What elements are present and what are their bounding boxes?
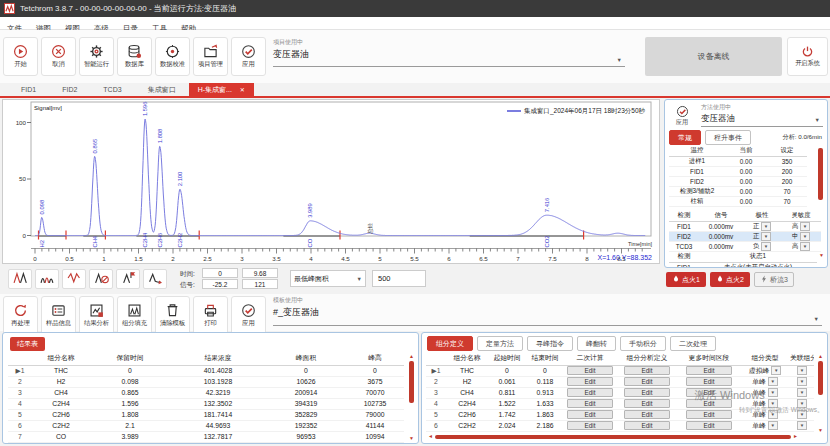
time-min-field[interactable]: 0 [202, 268, 238, 278]
scroll-down-icon[interactable]: ▼ [819, 252, 824, 258]
chevron-down-icon[interactable]: ▼ [800, 232, 810, 241]
tab-FID2[interactable]: FID2 [49, 83, 90, 96]
column-header[interactable]: 信号 [699, 211, 743, 221]
scrollbar-thumb[interactable] [818, 148, 823, 200]
column-header[interactable]: 状态1 [699, 252, 817, 262]
scrollbar-thumb[interactable] [435, 435, 791, 439]
toolbar-button-再处理[interactable]: 再处理 [3, 296, 38, 335]
edit-button[interactable]: Edit [686, 410, 732, 419]
column-header[interactable]: 极性 [743, 211, 781, 221]
table-row[interactable]: FID10.00200 [669, 166, 807, 176]
cell-value[interactable]: 高 ▼ [781, 221, 821, 231]
peak-tool-peaks-2-button[interactable] [8, 269, 32, 289]
table-row[interactable]: 7CO3.989132.78179695310994 [8, 431, 404, 442]
table-row[interactable]: ▶1THC00EditEditEdit虚拟峰 ▼▼ [426, 365, 814, 376]
table-row[interactable]: FID10.000mv正 ▼高 ▼ [669, 221, 821, 231]
column-header[interactable]: 温控 [669, 146, 725, 156]
column-header[interactable]: 组分名称 [32, 352, 90, 365]
table-row[interactable]: 4C2H41.596132.3502394319102735 [8, 398, 404, 409]
toolbar-button-清除模板[interactable]: 清除模板 [155, 296, 190, 335]
table-row[interactable]: 6C2H22.144.969319235241144 [8, 420, 404, 431]
chevron-down-icon[interactable]: ▼ [768, 410, 778, 419]
table-row[interactable]: 柱箱0.0070 [669, 196, 807, 206]
column-header[interactable]: 起始时间 [488, 352, 526, 365]
signal-min-field[interactable]: -25.2 [202, 279, 238, 289]
chevron-down-icon[interactable]: ▼ [617, 57, 622, 63]
tab-FID1[interactable]: FID1 [8, 83, 49, 96]
column-header[interactable]: 峰面积 [266, 352, 346, 365]
edit-button[interactable]: Edit [567, 410, 613, 419]
component-type-dropdown[interactable]: 单峰 ▼ [740, 420, 790, 431]
related-component-dropdown[interactable]: ▼ [790, 365, 814, 376]
chevron-down-icon[interactable]: ▼ [768, 399, 778, 408]
components-vertical-scrollbar[interactable]: ▲ ▼ [817, 353, 824, 433]
table-row[interactable]: FID1未点火(未开启自动点火) [669, 262, 817, 268]
chevron-down-icon[interactable]: ▼ [797, 410, 807, 419]
toolbar-button-智能运行[interactable]: 智能运行 [79, 37, 114, 76]
related-component-dropdown[interactable]: ▼ [790, 398, 814, 409]
project-combobox[interactable]: 项目使用中 变压器油 ▼ [273, 38, 625, 67]
table-row[interactable]: TCD30.000mv负 ▼高 ▼ [669, 241, 821, 251]
related-component-dropdown[interactable]: ▼ [790, 409, 814, 420]
tab-二次处理[interactable]: 二次处理 [670, 336, 716, 351]
edit-button[interactable]: Edit [624, 377, 670, 386]
tab-程升事件[interactable]: 程升事件 [705, 130, 751, 145]
related-component-dropdown[interactable]: ▼ [790, 420, 814, 431]
peak-tool-wave-button[interactable] [62, 269, 86, 289]
results-vertical-scrollbar[interactable]: ▲ ▼ [408, 353, 415, 441]
edit-button[interactable]: Edit [624, 399, 670, 408]
edit-button[interactable]: Edit [624, 410, 670, 419]
column-header[interactable]: 组分名称 [446, 352, 488, 365]
toolbar-button-应用[interactable]: 应用 [231, 37, 266, 76]
edit-button[interactable]: Edit [686, 388, 732, 397]
device-status-button[interactable]: 设备离线 [645, 37, 782, 76]
tab-定量方法[interactable]: 定量方法 [477, 336, 523, 351]
toolbar-button-样品信息[interactable]: 样品信息 [41, 296, 76, 335]
column-header[interactable]: 检测 [669, 252, 699, 262]
component-type-dropdown[interactable]: 单峰 ▼ [740, 387, 790, 398]
column-header[interactable]: 当前 [725, 146, 767, 156]
peak-tool-peaks-3-button[interactable] [35, 269, 59, 289]
related-component-dropdown[interactable]: ▼ [790, 376, 814, 387]
component-type-dropdown[interactable]: 单峰 ▼ [740, 398, 790, 409]
toolbar-button-取消[interactable]: 取消 [41, 37, 76, 76]
table-row[interactable]: 进样10.00350 [669, 156, 807, 166]
time-max-field[interactable]: 9.68 [242, 268, 278, 278]
column-header[interactable]: 更多时间区段 [678, 352, 740, 365]
close-icon[interactable]: ✕ [240, 87, 245, 93]
edit-button[interactable]: Edit [567, 421, 613, 430]
table-row[interactable]: ▶1THC0401.402800 [8, 365, 404, 376]
chevron-down-icon[interactable]: ▼ [815, 117, 820, 123]
edit-button[interactable]: Edit [567, 377, 613, 386]
column-header[interactable]: 二次计算 [564, 352, 616, 365]
scroll-right-icon[interactable]: ► [793, 433, 798, 440]
edit-button[interactable]: Edit [624, 366, 670, 375]
table-row[interactable]: 5C2H61.808181.741435282979000 [8, 409, 404, 420]
tab-常规[interactable]: 常规 [669, 130, 701, 145]
table-row[interactable]: FID20.000mv正 ▼中 ▼ [669, 231, 821, 241]
table-row[interactable]: 6C2H22.0242.186EditEditEdit单峰 ▼▼ [426, 420, 814, 431]
method-apply-button[interactable]: 应用 [669, 103, 695, 129]
cell-value[interactable]: 正 ▼ [743, 221, 781, 231]
column-header[interactable]: 检测 [669, 211, 699, 221]
edit-button[interactable]: Edit [686, 377, 732, 386]
cell-value[interactable]: 高 ▼ [781, 241, 821, 251]
column-header[interactable]: 设定 [767, 146, 807, 156]
chevron-down-icon[interactable]: ▼ [761, 242, 771, 251]
peak-tool-peak-flag-button[interactable] [116, 269, 140, 289]
edit-button[interactable]: Edit [567, 366, 613, 375]
chevron-down-icon[interactable]: ▼ [797, 399, 807, 408]
column-header[interactable]: 结束时间 [526, 352, 564, 365]
column-header[interactable]: 灵敏度 [781, 211, 821, 221]
tab-集成窗口[interactable]: 集成窗口 [135, 83, 189, 96]
chevron-down-icon[interactable]: ▼ [797, 388, 807, 397]
tab-组分定义[interactable]: 组分定义 [427, 336, 473, 351]
点火2-button[interactable]: 点火2 [710, 272, 750, 287]
chevron-down-icon[interactable]: ▼ [797, 421, 807, 430]
cell-value[interactable]: 正 ▼ [743, 231, 781, 241]
tab-手动积分[interactable]: 手动积分 [620, 336, 666, 351]
edit-button[interactable]: Edit [686, 421, 732, 430]
edit-button[interactable]: Edit [567, 388, 613, 397]
peak-tool-peak-tail-button[interactable] [143, 269, 167, 289]
component-type-dropdown[interactable]: 单峰 ▼ [740, 409, 790, 420]
